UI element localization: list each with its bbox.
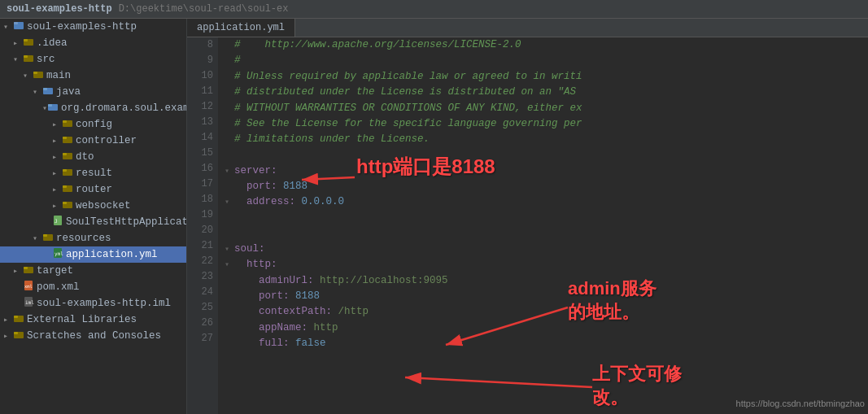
code-value: false <box>290 336 326 351</box>
svg-text:J: J <box>55 218 58 224</box>
tree-label: application.yml <box>66 249 186 260</box>
tree-item-org[interactable]: org.dromara.soul.examples.http <box>0 100 186 116</box>
svg-text:iml: iml <box>25 299 34 305</box>
project-path: D:\geektime\soul-read\soul-ex <box>119 3 289 15</box>
code-value: 0.0.0.0 <box>295 194 344 210</box>
tree-item-router[interactable]: router <box>0 181 186 198</box>
fold-gutter: ▾ <box>225 259 234 272</box>
code-line-27: full: false <box>225 336 861 351</box>
tree-icon: iml <box>23 296 34 311</box>
code-comment: # distributed under the License is distr… <box>234 85 576 100</box>
tree-arrow <box>52 136 62 146</box>
code-line-9: # <box>225 53 861 68</box>
tree-label: pom.xml <box>37 281 186 293</box>
code-comment: # Unless required by applicable law or a… <box>234 69 582 85</box>
code-line-11: # distributed under the License is distr… <box>225 85 861 100</box>
code-comment: # WITHOUT WARRANTIES OR CONDITIONS OF AN… <box>234 101 582 116</box>
tree-arrow <box>52 185 62 194</box>
svg-rect-31 <box>24 267 28 269</box>
svg-rect-15 <box>63 137 67 139</box>
tree-icon <box>23 36 34 50</box>
code-comment: # limitations under the License. <box>234 132 430 147</box>
code-line-22: ▾ http: <box>225 257 861 272</box>
editor-tabs: application.yml <box>187 19 868 37</box>
tree-arrow <box>52 201 62 211</box>
svg-text:yml: yml <box>55 251 63 257</box>
code-key: port: <box>234 179 277 194</box>
tree-label: main <box>46 70 186 81</box>
tree-label: target <box>37 265 186 277</box>
tree-item-scratches[interactable]: Scratches and Consoles <box>0 328 186 344</box>
code-line-12: # WITHOUT WARRANTIES OR CONDITIONS OF AN… <box>225 101 861 116</box>
fold-gutter: ▾ <box>225 196 234 209</box>
tree-item-resources[interactable]: resources <box>0 230 186 246</box>
tree-label: .idea <box>37 37 186 49</box>
code-key: appName: <box>234 320 308 336</box>
editor-panel: application.yml 891011121314151617181920… <box>187 19 868 414</box>
tree-item-application.yml[interactable]: ymlapplication.yml <box>0 246 186 263</box>
code-line-19 <box>225 211 861 226</box>
tree-label: SoulTestHttpApplication <box>66 216 187 228</box>
code-area: # http://www.apache.org/licenses/LICENSE… <box>218 37 868 414</box>
code-key: server: <box>234 163 277 179</box>
tree-icon <box>23 52 34 67</box>
tree-item-controller[interactable]: controller <box>0 133 186 149</box>
tree-icon <box>47 101 59 115</box>
code-key: address: <box>234 194 295 210</box>
code-value: http://localhost:9095 <box>314 273 448 289</box>
watermark: https://blog.csdn.net/tbmingzhao <box>736 397 865 411</box>
code-key: full: <box>234 336 290 351</box>
tree-item-target[interactable]: target <box>0 263 186 279</box>
code-line-24: port: 8188 <box>225 289 861 304</box>
svg-rect-19 <box>63 169 67 172</box>
svg-line-45 <box>405 377 592 387</box>
tree-icon <box>42 85 54 99</box>
code-line-16: ▾server: <box>225 163 861 179</box>
tree-item-idea[interactable]: .idea <box>0 35 186 51</box>
svg-rect-13 <box>63 120 67 123</box>
tree-item-java[interactable]: java <box>0 84 186 100</box>
svg-rect-7 <box>33 72 37 74</box>
tree-arrow <box>23 71 33 81</box>
code-line-25: contextPath: /http <box>225 304 861 320</box>
tree-icon <box>62 166 73 181</box>
svg-rect-9 <box>43 88 47 90</box>
code-key: port: <box>234 289 290 304</box>
tree-label: org.dromara.soul.examples.http <box>61 102 187 114</box>
tree-item-src[interactable]: src <box>0 51 186 68</box>
tree-icon <box>62 198 73 213</box>
tree-label: dto <box>76 151 186 163</box>
tree-item-SoulTestHttpApplication[interactable]: JSoulTestHttpApplication <box>0 214 186 230</box>
code-line-21: ▾soul: <box>225 242 861 257</box>
line-numbers: 89101112131415161718192021222324252627 <box>187 37 218 414</box>
project-tree: soul-examples-http.ideasrcmainjavaorg.dr… <box>0 19 187 414</box>
tree-label: config <box>76 119 186 130</box>
tree-label: src <box>37 54 186 65</box>
tree-item-main[interactable]: main <box>0 68 186 84</box>
tree-item-dto[interactable]: dto <box>0 149 186 165</box>
tree-icon <box>62 150 73 164</box>
code-value: 8188 <box>290 289 321 304</box>
tree-icon: yml <box>52 247 63 262</box>
tree-icon <box>62 182 73 197</box>
code-comment: # http://www.apache.org/licenses/LICENSE… <box>234 37 521 53</box>
code-line-10: # Unless required by applicable law or a… <box>225 69 861 85</box>
code-key: http: <box>234 257 277 272</box>
code-line-15 <box>225 148 861 163</box>
tree-icon <box>13 312 24 327</box>
tree-item-pom.xml[interactable]: xmlpom.xml <box>0 279 186 295</box>
tree-arrow <box>13 54 23 64</box>
code-key: adminUrl: <box>234 273 314 289</box>
tree-item-websocket[interactable]: websocket <box>0 198 186 214</box>
tree-item-soul-examples-http.iml[interactable]: imlsoul-examples-http.iml <box>0 295 186 312</box>
code-comment: # See the License for the specific langu… <box>234 116 582 132</box>
code-value: /http <box>332 304 369 320</box>
tree-item-external-libraries[interactable]: External Libraries <box>0 312 186 328</box>
code-line-20 <box>225 226 861 242</box>
tree-item-result[interactable]: result <box>0 165 186 181</box>
tab-application-yml[interactable]: application.yml <box>187 19 295 37</box>
tree-item-soul-examples-http[interactable]: soul-examples-http <box>0 19 186 35</box>
tree-label: resources <box>56 233 186 244</box>
code-line-17: port: 8188 <box>225 179 861 194</box>
tree-item-config[interactable]: config <box>0 116 186 133</box>
